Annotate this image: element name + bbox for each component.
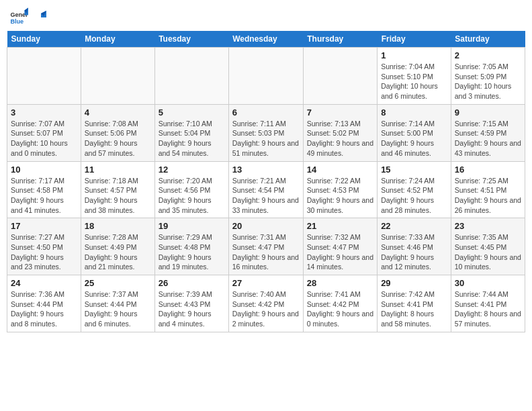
calendar-cell: 25Sunrise: 7:37 AM Sunset: 4:44 PM Dayli… [81,275,154,332]
day-number: 10 [11,165,77,175]
day-number: 28 [307,278,373,288]
calendar-cell: 12Sunrise: 7:20 AM Sunset: 4:56 PM Dayli… [154,161,228,218]
day-info: Sunrise: 7:35 AM Sunset: 4:45 PM Dayligh… [455,232,521,272]
day-info: Sunrise: 7:29 AM Sunset: 4:48 PM Dayligh… [159,232,225,272]
day-info: Sunrise: 7:44 AM Sunset: 4:41 PM Dayligh… [455,289,521,329]
calendar-cell: 24Sunrise: 7:36 AM Sunset: 4:44 PM Dayli… [7,275,81,332]
calendar-cell: 14Sunrise: 7:22 AM Sunset: 4:53 PM Dayli… [303,161,377,218]
calendar-cell: 3Sunrise: 7:07 AM Sunset: 5:07 PM Daylig… [7,104,81,161]
calendar-cell: 18Sunrise: 7:28 AM Sunset: 4:49 PM Dayli… [81,218,154,275]
day-info: Sunrise: 7:13 AM Sunset: 5:02 PM Dayligh… [307,119,373,158]
day-number: 19 [159,221,225,231]
day-info: Sunrise: 7:24 AM Sunset: 4:52 PM Dayligh… [381,176,447,216]
weekday-header-row: SundayMondayTuesdayWednesdayThursdayFrid… [7,31,525,48]
calendar-cell: 13Sunrise: 7:21 AM Sunset: 4:54 PM Dayli… [228,161,303,218]
calendar-cell: 19Sunrise: 7:29 AM Sunset: 4:48 PM Dayli… [154,218,228,275]
day-info: Sunrise: 7:07 AM Sunset: 5:07 PM Dayligh… [11,119,77,158]
calendar-cell: 26Sunrise: 7:39 AM Sunset: 4:43 PM Dayli… [154,275,228,332]
calendar-table: SundayMondayTuesdayWednesdayThursdayFrid… [7,31,525,332]
day-info: Sunrise: 7:14 AM Sunset: 5:00 PM Dayligh… [381,119,447,158]
day-number: 4 [85,107,151,118]
day-number: 14 [307,165,373,175]
calendar-cell: 27Sunrise: 7:40 AM Sunset: 4:42 PM Dayli… [228,275,303,332]
day-number: 27 [232,278,300,288]
day-number: 5 [159,107,225,118]
day-info: Sunrise: 7:04 AM Sunset: 5:10 PM Dayligh… [381,62,447,101]
day-number: 26 [159,278,225,288]
calendar-cell: 4Sunrise: 7:08 AM Sunset: 5:06 PM Daylig… [81,104,154,161]
weekday-header-thursday: Thursday [303,31,377,48]
day-number: 1 [381,50,447,60]
calendar-cell: 28Sunrise: 7:41 AM Sunset: 4:42 PM Dayli… [303,275,377,332]
day-info: Sunrise: 7:11 AM Sunset: 5:03 PM Dayligh… [232,119,300,158]
calendar-cell: 10Sunrise: 7:17 AM Sunset: 4:58 PM Dayli… [7,161,81,218]
day-info: Sunrise: 7:42 AM Sunset: 4:41 PM Dayligh… [381,289,447,329]
logo-icon: General Blue [9,7,28,26]
day-number: 11 [85,165,151,175]
calendar-cell: 23Sunrise: 7:35 AM Sunset: 4:45 PM Dayli… [451,218,525,275]
day-number: 7 [307,107,373,118]
day-info: Sunrise: 7:25 AM Sunset: 4:51 PM Dayligh… [455,176,521,216]
day-info: Sunrise: 7:10 AM Sunset: 5:04 PM Dayligh… [159,119,225,158]
calendar-cell: 9Sunrise: 7:15 AM Sunset: 4:59 PM Daylig… [451,104,525,161]
calendar-cell: 29Sunrise: 7:42 AM Sunset: 4:41 PM Dayli… [378,275,451,332]
day-number: 9 [455,107,521,118]
calendar-cell [7,48,81,105]
day-number: 18 [85,221,151,231]
day-info: Sunrise: 7:20 AM Sunset: 4:56 PM Dayligh… [159,176,225,216]
day-number: 3 [11,107,77,118]
day-info: Sunrise: 7:33 AM Sunset: 4:46 PM Dayligh… [381,232,447,272]
calendar-cell: 11Sunrise: 7:18 AM Sunset: 4:57 PM Dayli… [81,161,154,218]
day-info: Sunrise: 7:37 AM Sunset: 4:44 PM Dayligh… [85,289,151,329]
day-info: Sunrise: 7:32 AM Sunset: 4:47 PM Dayligh… [307,232,373,272]
weekday-header-saturday: Saturday [451,31,525,48]
day-number: 30 [455,278,521,288]
day-info: Sunrise: 7:36 AM Sunset: 4:44 PM Dayligh… [11,289,77,329]
calendar-cell [154,48,228,105]
day-info: Sunrise: 7:39 AM Sunset: 4:43 PM Dayligh… [159,289,225,329]
calendar-body: 1Sunrise: 7:04 AM Sunset: 5:10 PM Daylig… [7,48,525,332]
day-info: Sunrise: 7:18 AM Sunset: 4:57 PM Dayligh… [85,176,151,216]
day-info: Sunrise: 7:22 AM Sunset: 4:53 PM Dayligh… [307,176,373,216]
weekday-header-tuesday: Tuesday [154,31,228,48]
calendar-cell: 8Sunrise: 7:14 AM Sunset: 5:00 PM Daylig… [378,104,451,161]
day-number: 21 [307,221,373,231]
calendar-cell: 16Sunrise: 7:25 AM Sunset: 4:51 PM Dayli… [451,161,525,218]
day-info: Sunrise: 7:17 AM Sunset: 4:58 PM Dayligh… [11,176,77,216]
calendar-cell: 20Sunrise: 7:31 AM Sunset: 4:47 PM Dayli… [228,218,303,275]
day-number: 2 [455,50,521,60]
calendar-cell: 2Sunrise: 7:05 AM Sunset: 5:09 PM Daylig… [451,48,525,105]
day-info: Sunrise: 7:21 AM Sunset: 4:54 PM Dayligh… [232,176,300,216]
calendar-cell: 21Sunrise: 7:32 AM Sunset: 4:47 PM Dayli… [303,218,377,275]
calendar-week-5: 24Sunrise: 7:36 AM Sunset: 4:44 PM Dayli… [7,275,525,332]
day-number: 17 [11,221,77,231]
calendar-week-4: 17Sunrise: 7:27 AM Sunset: 4:50 PM Dayli… [7,218,525,275]
day-number: 13 [232,165,300,175]
day-info: Sunrise: 7:05 AM Sunset: 5:09 PM Dayligh… [455,62,521,101]
logo-bird-icon [32,11,46,26]
day-number: 20 [232,221,300,231]
calendar-cell: 6Sunrise: 7:11 AM Sunset: 5:03 PM Daylig… [228,104,303,161]
calendar-cell: 15Sunrise: 7:24 AM Sunset: 4:52 PM Dayli… [378,161,451,218]
day-number: 22 [381,221,447,231]
calendar-cell: 7Sunrise: 7:13 AM Sunset: 5:02 PM Daylig… [303,104,377,161]
day-number: 16 [455,165,521,175]
day-number: 12 [159,165,225,175]
weekday-header-wednesday: Wednesday [228,31,303,48]
day-info: Sunrise: 7:31 AM Sunset: 4:47 PM Dayligh… [232,232,300,272]
calendar-cell: 22Sunrise: 7:33 AM Sunset: 4:46 PM Dayli… [378,218,451,275]
logo: General Blue [9,7,47,26]
day-info: Sunrise: 7:27 AM Sunset: 4:50 PM Dayligh… [11,232,77,272]
calendar-cell: 17Sunrise: 7:27 AM Sunset: 4:50 PM Dayli… [7,218,81,275]
day-info: Sunrise: 7:28 AM Sunset: 4:49 PM Dayligh… [85,232,151,272]
day-info: Sunrise: 7:15 AM Sunset: 4:59 PM Dayligh… [455,119,521,158]
page-header: General Blue [7,7,525,26]
calendar-week-3: 10Sunrise: 7:17 AM Sunset: 4:58 PM Dayli… [7,161,525,218]
calendar-week-1: 1Sunrise: 7:04 AM Sunset: 5:10 PM Daylig… [7,48,525,105]
svg-text:Blue: Blue [10,18,24,25]
day-info: Sunrise: 7:41 AM Sunset: 4:42 PM Dayligh… [307,289,373,329]
day-number: 29 [381,278,447,288]
calendar-cell [81,48,154,105]
day-number: 25 [85,278,151,288]
calendar-week-2: 3Sunrise: 7:07 AM Sunset: 5:07 PM Daylig… [7,104,525,161]
